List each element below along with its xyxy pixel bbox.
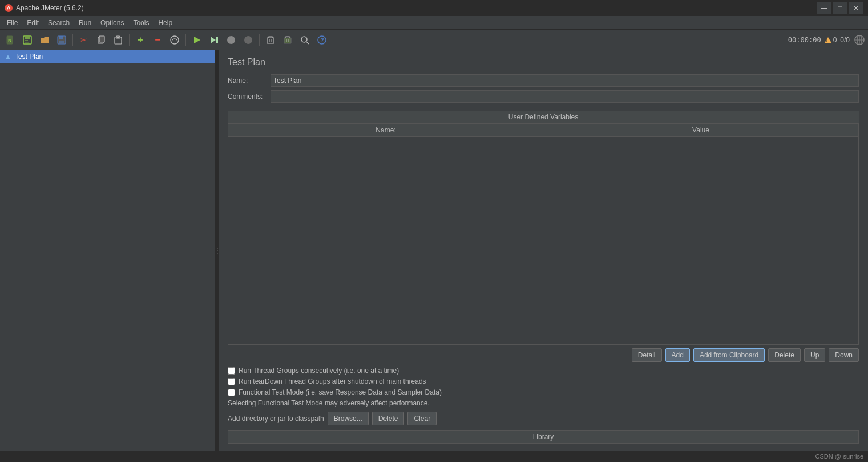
menu-help[interactable]: Help	[154, 16, 177, 29]
classpath-delete-button[interactable]: Delete	[372, 412, 405, 425]
svg-line-28	[306, 42, 309, 44]
minimize-button[interactable]: —	[817, 2, 831, 14]
globe-icon	[853, 34, 866, 46]
name-row: Name:	[228, 74, 859, 87]
toolbar-copy-button[interactable]	[93, 32, 109, 48]
menu-bar: File Edit Search Run Options Tools Help	[0, 16, 868, 30]
variables-header: Name: Value	[228, 124, 858, 137]
name-input[interactable]	[271, 74, 859, 87]
toolbar-stop-button[interactable]	[223, 32, 239, 48]
svg-text:✂: ✂	[80, 35, 87, 45]
svg-point-20	[244, 36, 252, 44]
right-panel: Test Plan Name: Comments: User Defined V…	[219, 50, 868, 451]
svg-rect-4	[25, 40, 28, 41]
classpath-label: Add directory or jar to classpath	[228, 415, 324, 423]
toolbar-remove-button[interactable]: −	[150, 32, 165, 48]
browse-button[interactable]: Browse...	[328, 412, 369, 425]
left-panel: ▲ Test Plan	[0, 50, 216, 451]
variables-body	[228, 137, 858, 251]
col-value: Value	[543, 124, 858, 136]
toolbar-toggle-button[interactable]	[167, 32, 183, 48]
toolbar-templates-button[interactable]	[19, 32, 35, 48]
variables-section: User Defined Variables Name: Value Detai…	[228, 111, 859, 367]
svg-point-19	[227, 36, 235, 44]
toolbar-shutdown-button[interactable]	[240, 32, 256, 48]
close-button[interactable]: ✕	[849, 2, 863, 14]
menu-tools[interactable]: Tools	[128, 16, 154, 29]
toolbar-error-count: 0/0	[840, 36, 850, 44]
status-bar: CSDN @-sunrise	[0, 451, 868, 462]
svg-rect-5	[25, 42, 29, 43]
svg-rect-24	[284, 38, 291, 43]
toolbar-sep-2	[129, 34, 130, 46]
panel-title: Test Plan	[228, 57, 859, 67]
toolbar-add-button[interactable]: +	[132, 32, 148, 48]
comments-input[interactable]	[271, 90, 859, 103]
toolbar-run-button[interactable]	[189, 32, 205, 48]
toolbar: N ✂	[0, 30, 868, 50]
variables-table: Name: Value	[228, 123, 859, 345]
add-from-clipboard-button[interactable]: Add from Clipboard	[693, 348, 765, 362]
checkbox-functional-test: Functional Test Mode (i.e. save Response…	[228, 388, 859, 396]
toolbar-save-button[interactable]	[54, 32, 70, 48]
svg-point-27	[301, 37, 307, 42]
toolbar-sep-4	[259, 34, 260, 46]
tree-item-test-plan[interactable]: ▲ Test Plan	[0, 50, 215, 63]
svg-marker-16	[194, 37, 200, 43]
menu-edit[interactable]: Edit	[22, 16, 43, 29]
toolbar-help-button[interactable]: ?	[314, 32, 330, 48]
toolbar-warning-count: 0	[833, 36, 837, 44]
toolbar-clear-all-button[interactable]	[280, 32, 296, 48]
classpath-row: Add directory or jar to classpath Browse…	[228, 412, 859, 425]
title-bar-text: Apache JMeter (5.6.2)	[16, 4, 84, 12]
svg-point-15	[171, 36, 179, 44]
up-button[interactable]: Up	[804, 348, 825, 362]
run-teardown-label: Run tearDown Thread Groups after shutdow…	[239, 377, 426, 385]
menu-file[interactable]: File	[2, 16, 22, 29]
toolbar-warning: 0	[825, 36, 837, 44]
functional-warning: Selecting Functional Test Mode may adver…	[228, 399, 859, 407]
tree-item-label: Test Plan	[15, 53, 43, 61]
svg-text:N: N	[8, 38, 11, 43]
svg-rect-8	[59, 41, 64, 43]
col-name: Name:	[228, 124, 543, 136]
variables-title: User Defined Variables	[228, 111, 859, 123]
toolbar-paste-button[interactable]	[110, 32, 126, 48]
clear-button[interactable]: Clear	[407, 412, 437, 425]
add-button[interactable]: Add	[665, 348, 690, 362]
toolbar-time: 00:00:00	[788, 36, 821, 44]
menu-options[interactable]: Options	[96, 16, 128, 29]
library-section: Library	[228, 430, 859, 444]
menu-run[interactable]: Run	[74, 16, 96, 29]
toolbar-clear-button[interactable]	[263, 32, 278, 48]
toolbar-sep-3	[185, 34, 186, 46]
toolbar-right: 00:00:00 0 0/0	[788, 34, 866, 46]
warning-icon	[825, 37, 831, 43]
run-thread-groups-checkbox[interactable]	[228, 367, 235, 375]
svg-rect-21	[267, 38, 274, 43]
svg-rect-14	[117, 37, 119, 38]
main-area: ▲ Test Plan ⋮ Test Plan Name: Comments: …	[0, 50, 868, 451]
detail-button[interactable]: Detail	[632, 348, 662, 362]
name-label: Name:	[228, 77, 271, 85]
svg-rect-3	[25, 37, 30, 39]
delete-button[interactable]: Delete	[768, 348, 801, 362]
svg-rect-18	[216, 37, 218, 43]
toolbar-start-no-pause-button[interactable]	[206, 32, 222, 48]
comments-row: Comments:	[228, 90, 859, 103]
run-teardown-checkbox[interactable]	[228, 378, 235, 385]
maximize-button[interactable]: □	[833, 2, 847, 14]
checkbox-run-teardown: Run tearDown Thread Groups after shutdow…	[228, 377, 859, 385]
down-button[interactable]: Down	[829, 348, 859, 362]
toolbar-cut-button[interactable]: ✂	[76, 32, 92, 48]
toolbar-search-button[interactable]	[297, 32, 313, 48]
toolbar-new-button[interactable]: N	[2, 32, 18, 48]
functional-test-label: Functional Test Mode (i.e. save Response…	[239, 388, 442, 396]
status-text: CSDN @-sunrise	[815, 453, 863, 460]
toolbar-open-button[interactable]	[37, 32, 53, 48]
menu-search[interactable]: Search	[43, 16, 74, 29]
comments-label: Comments:	[228, 93, 271, 101]
tree-item-icon: ▲	[5, 53, 11, 61]
app-icon: A	[5, 4, 13, 12]
functional-test-checkbox[interactable]	[228, 389, 235, 396]
